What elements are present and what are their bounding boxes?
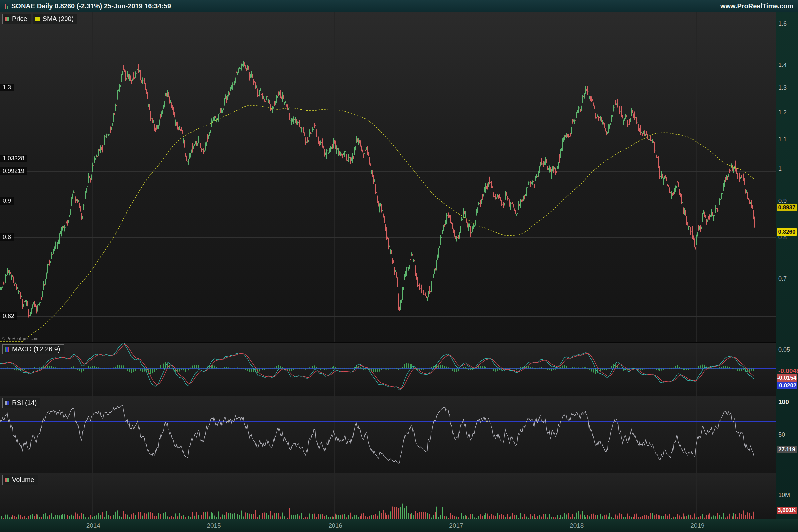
price-level-label: 1.3 (0, 84, 14, 92)
price-panel: PriceSMA (200) © ProRealTime.com 1.31.03… (0, 12, 776, 342)
price-tick: 1.6 (778, 20, 787, 27)
price-tick: 1.3 (778, 84, 787, 92)
macd-tick: 0.05 (778, 346, 790, 354)
macd-legend: MACD (12 26 9) (2, 344, 64, 355)
year-label: 2017 (449, 522, 463, 529)
rsi-tick: 50 (778, 431, 785, 438)
price-level-label: 0.8 (0, 233, 14, 241)
legend-chip-macd-12-26-9-[interactable]: MACD (12 26 9) (2, 344, 64, 355)
legend-chip-price[interactable]: Price (2, 14, 31, 24)
rsi-legend: RSI (14) (2, 398, 40, 408)
macd-panel: MACD (12 26 9) (0, 342, 776, 396)
price-tick: 1.2 (778, 109, 787, 116)
volume-chart-canvas[interactable] (0, 474, 776, 519)
price-level-label: 0.9 (0, 197, 14, 205)
legend-label: SMA (200) (42, 15, 74, 23)
copyright-label: © ProRealTime.com (2, 337, 38, 341)
price-chart-canvas[interactable] (0, 12, 776, 342)
trading-app-window: SONAE Daily 0.8260 (-2.31%) 25-Jun-2019 … (0, 0, 798, 532)
legend-swatch-icon (4, 400, 10, 406)
year-label: 2014 (87, 522, 100, 529)
volume-legend: Volume (2, 475, 38, 485)
year-label: 2019 (690, 522, 704, 529)
macd-chart-canvas[interactable] (0, 343, 776, 396)
legend-swatch-icon (4, 16, 10, 22)
price-axis[interactable]: 1.61.41.31.21.110.90.80.70.89370.82600.0… (776, 12, 798, 519)
instrument-info: SONAE Daily 0.8260 (-2.31%) 25-Jun-2019 … (5, 2, 171, 10)
chart-body: PriceSMA (200) © ProRealTime.com 1.31.03… (0, 12, 798, 519)
year-label: 2016 (328, 522, 342, 529)
macd-value-badge: -0.0202 (777, 382, 797, 390)
legend-chip-sma-200-[interactable]: SMA (200) (33, 14, 77, 24)
rsi-chart-canvas[interactable] (0, 396, 776, 473)
legend-label: Volume (12, 476, 34, 484)
legend-swatch-icon (4, 477, 10, 483)
legend-label: MACD (12 26 9) (12, 345, 60, 353)
legend-chip-rsi-14-[interactable]: RSI (14) (2, 398, 40, 408)
macd-signal-badge: -0.0154 (777, 374, 797, 382)
price-legend: PriceSMA (200) (2, 14, 77, 24)
volume-value-badge: 3,691K (777, 507, 797, 514)
sma-value-badge: 0.8937 (777, 204, 797, 211)
price-level-label: 1.03328 (0, 155, 27, 162)
rsi-panel: RSI (14) (0, 396, 776, 473)
macd-hist-value: -0.0048 (778, 367, 798, 375)
price-tick: 1.4 (778, 61, 787, 69)
prorealtime-link[interactable]: www.ProRealTime.com (720, 2, 793, 10)
title-bar: SONAE Daily 0.8260 (-2.31%) 25-Jun-2019 … (0, 0, 798, 12)
price-tick: 1 (778, 165, 782, 172)
year-label: 2018 (570, 522, 584, 529)
legend-chip-volume[interactable]: Volume (2, 475, 38, 485)
chart-panels: PriceSMA (200) © ProRealTime.com 1.31.03… (0, 12, 776, 519)
rsi-tick: 100 (778, 398, 789, 406)
price-level-label: 0.62 (0, 312, 17, 320)
price-level-label: 0.99219 (0, 167, 27, 175)
legend-label: Price (12, 15, 27, 23)
time-axis[interactable]: 201420152016201720182019 (0, 519, 798, 532)
year-label: 2015 (207, 522, 221, 529)
last-price-badge: 0.8260 (777, 228, 797, 236)
volume-tick: 10M (778, 492, 790, 499)
candlestick-icon (5, 4, 8, 9)
rsi-value-badge: 27.119 (777, 446, 797, 453)
price-tick: 0.9 (778, 198, 787, 205)
price-tick: 1.1 (778, 136, 787, 143)
volume-panel: Volume (0, 473, 776, 519)
chart-title: SONAE Daily 0.8260 (-2.31%) 25-Jun-2019 … (11, 2, 171, 10)
legend-swatch-icon (4, 347, 10, 352)
legend-label: RSI (14) (12, 399, 37, 407)
legend-swatch-icon (35, 16, 40, 22)
price-tick: 0.7 (778, 275, 787, 282)
